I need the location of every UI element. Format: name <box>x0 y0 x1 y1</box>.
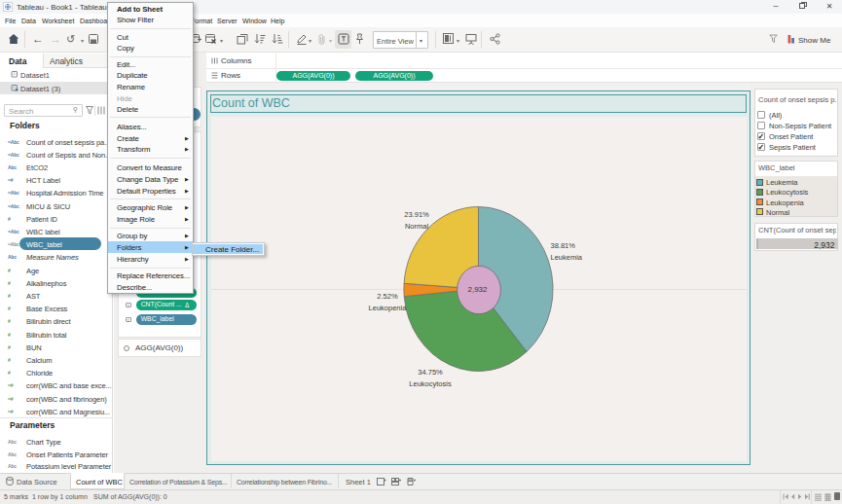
svg-text:Leukopenia: Leukopenia <box>369 304 408 312</box>
svg-text:2.52%: 2.52% <box>377 292 398 301</box>
svg-text:Leukocytosis: Leukocytosis <box>409 379 452 388</box>
svg-text:38.81%: 38.81% <box>551 241 576 250</box>
svg-text:2,932: 2,932 <box>467 285 488 294</box>
svg-text:23.91%: 23.91% <box>404 210 429 219</box>
svg-text:34.75%: 34.75% <box>418 368 443 377</box>
svg-text:Leukemia: Leukemia <box>551 253 583 262</box>
svg-text:Normal: Normal <box>405 222 429 231</box>
